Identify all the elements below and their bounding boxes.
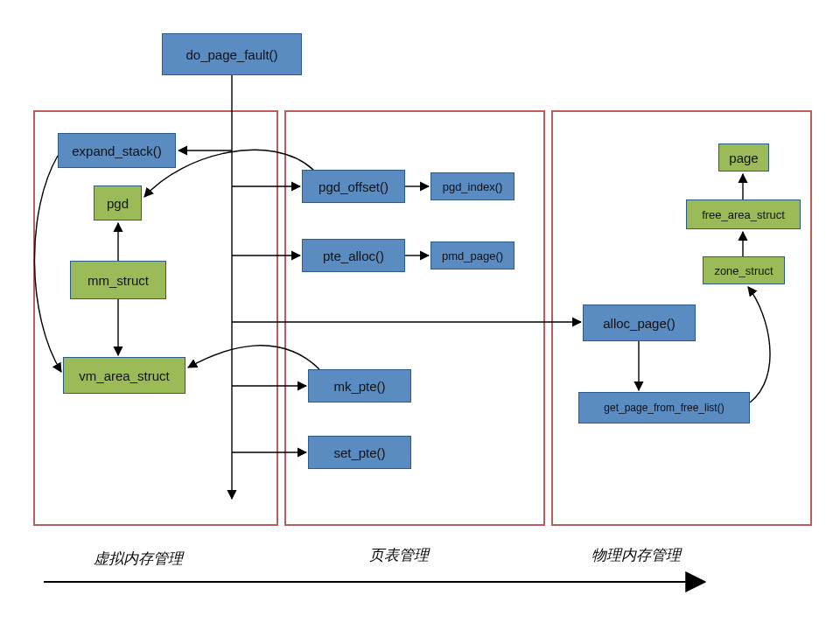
panel-virtual-memory: [33, 110, 278, 526]
text: pgd: [107, 196, 129, 211]
text: zone_struct: [714, 264, 773, 277]
node-mm-struct: mm_struct: [70, 261, 166, 299]
node-expand-stack: expand_stack(): [58, 133, 176, 168]
caption-virtual: 虚拟内存管理: [94, 549, 183, 569]
text: free_area_struct: [702, 208, 785, 221]
text: get_page_from_free_list(): [604, 402, 724, 414]
text: pmd_page(): [442, 249, 503, 262]
text: pgd_offset(): [318, 179, 388, 194]
node-free-area-struct: free_area_struct: [686, 200, 801, 229]
node-mk-pte: mk_pte(): [308, 369, 411, 402]
text: vm_area_struct: [79, 368, 169, 383]
node-zone-struct: zone_struct: [703, 256, 785, 284]
node-get-page-from-free-list: get_page_from_free_list(): [578, 392, 750, 424]
node-pgd-offset: pgd_offset(): [302, 170, 405, 203]
node-vm-area-struct: vm_area_struct: [63, 357, 186, 394]
text: pgd_index(): [443, 180, 503, 193]
text: do_page_fault(): [186, 47, 277, 62]
caption-physical: 物理内存管理: [592, 545, 681, 565]
text: pte_alloc(): [323, 248, 384, 263]
node-set-pte: set_pte(): [308, 436, 411, 469]
node-page: page: [718, 144, 769, 172]
diagram-canvas: do_page_fault() expand_stack() pgd mm_st…: [0, 0, 840, 630]
node-pgd-index: pgd_index(): [430, 172, 514, 200]
node-pte-alloc: pte_alloc(): [302, 239, 405, 272]
node-alloc-page: alloc_page(): [583, 304, 696, 341]
node-pgd: pgd: [94, 186, 142, 220]
text: page: [729, 150, 758, 165]
text: mm_struct: [88, 273, 149, 288]
node-do-page-fault: do_page_fault(): [162, 33, 302, 75]
text: mk_pte(): [333, 379, 385, 394]
text: alloc_page(): [603, 316, 676, 331]
node-pmd-page: pmd_page(): [430, 242, 514, 270]
text: expand_stack(): [72, 144, 162, 158]
text: set_pte(): [333, 445, 385, 460]
caption-pagetable: 页表管理: [369, 545, 429, 565]
